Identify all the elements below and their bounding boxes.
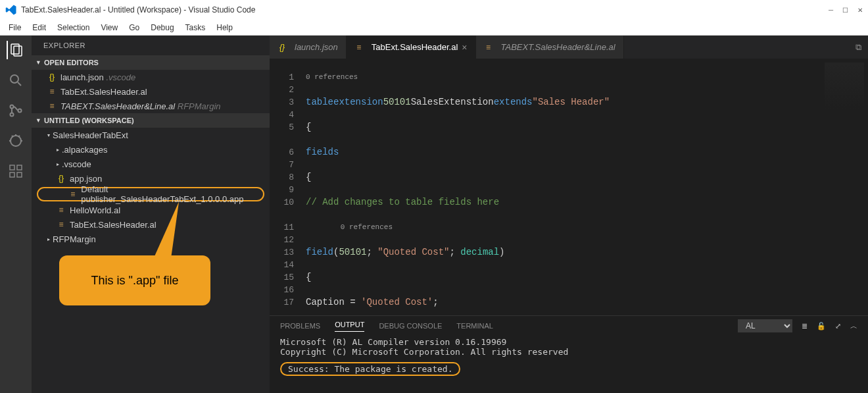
file-helloworld[interactable]: ≡ HelloWorld.al [32, 203, 270, 217]
menu-go[interactable]: Go [124, 22, 144, 34]
activity-bar [0, 36, 32, 393]
editor-tabs: {} launch.json ≡ TabExt.SalesHeader.al ×… [270, 36, 868, 59]
editor-body[interactable]: 12345 678910 11121314151617 0 references… [270, 59, 868, 315]
menu-selection[interactable]: Selection [53, 22, 94, 34]
clear-output-icon[interactable]: ≣ [802, 322, 808, 330]
lock-scroll-icon[interactable]: 🔓 [817, 322, 826, 330]
al-file-icon: ≡ [57, 205, 66, 215]
svg-rect-15 [17, 172, 22, 177]
svg-point-5 [11, 113, 14, 117]
sidebar: EXPLORER OPEN EDITORS {} launch.json .vs… [32, 36, 270, 393]
svg-line-12 [18, 136, 20, 137]
panel-tab-problems[interactable]: PROBLEMS [280, 322, 320, 330]
panel-tab-output[interactable]: OUTPUT [335, 321, 364, 332]
tab-launch-json[interactable]: {} launch.json [270, 36, 347, 59]
output-line: Microsoft (R) AL Compiler version 0.16.1… [280, 337, 857, 347]
open-editor-item[interactable]: ≡ TabExt.SalesHeader.al [32, 84, 270, 99]
search-icon[interactable] [7, 71, 25, 90]
folder-vscode[interactable]: ▸ .vscode [32, 157, 270, 171]
chevron-right-icon: ▸ [57, 161, 59, 167]
file-app-package[interactable]: ≡ Default publisher_SalesHeaderTabExt_1.… [37, 187, 264, 201]
annotation-callout: This is ".app" file [59, 255, 210, 305]
svg-point-2 [11, 75, 18, 83]
code-content[interactable]: 0 references tableextension 50101 SalesE… [306, 59, 868, 315]
output-success: Success: The package is created. [280, 362, 460, 376]
maximize-icon[interactable]: ☐ [842, 7, 848, 14]
minimize-icon[interactable]: ─ [829, 7, 833, 14]
svg-rect-13 [10, 165, 14, 170]
json-icon: {} [47, 72, 57, 82]
tab-tabext-line[interactable]: ≡ TABEXT.SalesHeader&Line.al [476, 36, 624, 59]
window-title: TabExt.SalesHeader.al - Untitled (Worksp… [21, 5, 255, 14]
extensions-icon[interactable] [7, 162, 25, 180]
svg-rect-16 [17, 165, 22, 170]
svg-point-7 [11, 136, 21, 146]
open-editor-item[interactable]: ≡ TABEXT.SalesHeader&Line.al RFPMargin [32, 99, 270, 113]
al-file-icon: ≡ [47, 87, 57, 96]
menu-debug[interactable]: Debug [146, 22, 178, 34]
folder-alpackages[interactable]: ▸ .alpackages [32, 142, 270, 157]
file-icon: ≡ [68, 190, 77, 199]
svg-rect-14 [10, 172, 14, 177]
open-editors-section[interactable]: OPEN EDITORS [32, 55, 270, 70]
open-editor-item[interactable]: {} launch.json .vscode [32, 70, 270, 84]
json-icon: {} [57, 174, 66, 183]
chevron-right-icon: ▸ [47, 236, 50, 242]
file-appjson[interactable]: {} app.json [32, 171, 270, 186]
chevron-right-icon: ▸ [57, 147, 59, 153]
menu-file[interactable]: File [4, 22, 26, 34]
output-line: Copyright (C) Microsoft Corporation. All… [280, 347, 857, 357]
source-control-icon[interactable] [7, 101, 25, 120]
bottom-panel: PROBLEMS OUTPUT DEBUG CONSOLE TERMINAL A… [270, 315, 868, 393]
vscode-logo-icon [5, 4, 17, 16]
svg-point-6 [18, 109, 22, 113]
debug-icon[interactable] [7, 132, 25, 150]
close-panel-icon[interactable]: ︿ [850, 321, 857, 331]
close-tab-icon[interactable]: × [462, 42, 467, 53]
workspace-section[interactable]: UNTITLED (WORKSPACE) [32, 113, 270, 128]
panel-tab-terminal[interactable]: TERMINAL [456, 322, 493, 330]
output-body[interactable]: Microsoft (R) AL Compiler version 0.16.1… [270, 336, 868, 393]
al-file-icon: ≡ [354, 43, 364, 52]
svg-line-11 [12, 136, 13, 137]
menu-tasks[interactable]: Tasks [181, 22, 210, 34]
folder-root[interactable]: ▾ SalesHeaderTabExt [32, 128, 270, 142]
maximize-panel-icon[interactable]: ⤢ [835, 322, 841, 330]
menu-view[interactable]: View [96, 22, 122, 34]
chevron-down-icon: ▾ [47, 132, 50, 138]
json-icon: {} [277, 43, 287, 52]
menu-edit[interactable]: Edit [28, 22, 51, 34]
al-file-icon: ≡ [484, 43, 493, 52]
split-editor-icon[interactable]: ⧉ [856, 42, 861, 53]
menu-help[interactable]: Help [212, 22, 237, 34]
file-tabext[interactable]: ≡ TabExt.SalesHeader.al [32, 217, 270, 232]
panel-tab-debug-console[interactable]: DEBUG CONSOLE [379, 322, 442, 330]
tab-tabext[interactable]: ≡ TabExt.SalesHeader.al × [347, 36, 476, 59]
svg-line-3 [18, 82, 21, 86]
minimap[interactable] [825, 63, 864, 109]
output-channel-select[interactable]: AL [738, 319, 792, 332]
al-file-icon: ≡ [47, 101, 57, 111]
titlebar: TabExt.SalesHeader.al - Untitled (Worksp… [0, 0, 868, 20]
svg-point-4 [11, 105, 14, 109]
line-numbers: 12345 678910 11121314151617 [270, 59, 306, 315]
al-file-icon: ≡ [57, 220, 66, 229]
folder-rfpmargin[interactable]: ▸ RFPMargin [32, 232, 270, 246]
sidebar-title: EXPLORER [32, 36, 270, 55]
close-icon[interactable]: ✕ [857, 7, 863, 14]
menubar: File Edit Selection View Go Debug Tasks … [0, 20, 868, 36]
explorer-icon[interactable] [7, 41, 25, 59]
